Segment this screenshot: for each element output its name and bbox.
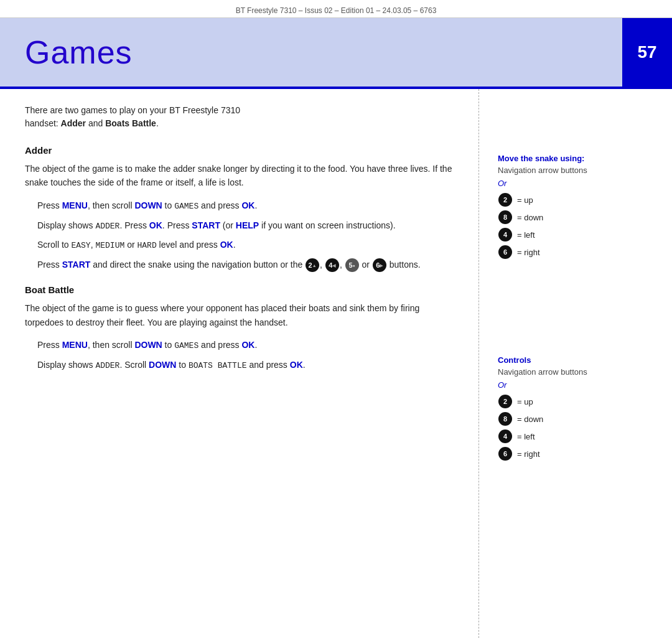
boat-step1-down: DOWN [134, 340, 162, 350]
boat-key-4-label: = left [517, 432, 535, 441]
adder-key-8: 8 = down [498, 210, 660, 224]
step-3-text: Scroll to EASY, MEDIUM or HARD level and… [37, 240, 236, 250]
sidebar-adder-or: Or [498, 179, 660, 188]
intro-period: . [156, 118, 159, 128]
adder-body: The object of the game is to make the ad… [25, 162, 454, 190]
boat-step-2-text: Display shows ADDER. Scroll DOWN to BOAT… [37, 360, 306, 370]
adder-btn-6: 6 [498, 245, 512, 259]
step1-menu: MENU [62, 200, 88, 210]
boat-step-2: Display shows ADDER. Scroll DOWN to BOAT… [25, 358, 454, 373]
intro-text-2: handset: [25, 118, 61, 128]
boat-key-8: 8 = down [498, 412, 660, 426]
boat-step1-games: GAMES [174, 341, 198, 350]
chapter-number: 57 [637, 42, 656, 62]
boat-key-6-label: = right [517, 449, 540, 459]
adder-key-2-label: = up [517, 195, 533, 205]
step2-adder: ADDER [95, 222, 119, 231]
boat-key-2: 2 = up [498, 395, 660, 408]
intro-text-1: There are two games to play on your BT F… [25, 105, 240, 115]
chapter-header: Games 57 [0, 18, 672, 87]
step2-ok: OK [149, 220, 162, 230]
step3-medium: MEDIUM [95, 241, 124, 250]
right-column: Move the snake using: Navigation arrow b… [479, 89, 672, 638]
adder-btn-4: 4 [498, 228, 512, 242]
boat-step1-menu: MENU [62, 340, 88, 350]
btn-4-icon: 4◀ [325, 258, 339, 272]
btn-6-icon: 6▶ [373, 258, 386, 272]
adder-steps-list: Press MENU, then scroll DOWN to GAMES an… [25, 199, 454, 273]
sidebar-boat-section: Controls Navigation arrow buttons Or 2 =… [498, 355, 660, 461]
sidebar-boat-heading: Controls [498, 355, 660, 365]
step1-games: GAMES [174, 202, 198, 211]
step4-start: START [62, 260, 91, 270]
intro-adder-bold: Adder [61, 118, 86, 128]
intro-paragraph: There are two games to play on your BT F… [25, 104, 454, 130]
step-1-text: Press MENU, then scroll DOWN to GAMES an… [37, 200, 257, 210]
meta-text: BT Freestyle 7310 – Issus 02 – Edition 0… [236, 6, 437, 15]
intro-boats-bold: Boats Battle [105, 118, 156, 128]
adder-key-4-label: = left [517, 230, 535, 240]
boat-btn-6: 6 [498, 447, 512, 461]
btn-2-icon: 2▲ [306, 258, 319, 272]
adder-key-4: 4 = left [498, 228, 660, 242]
step-2-text: Display shows ADDER. Press OK. Press STA… [37, 220, 396, 230]
step1-down: DOWN [134, 200, 162, 210]
adder-btn-2: 2 [498, 193, 512, 207]
main-content: There are two games to play on your BT F… [0, 89, 672, 638]
boat-btn-8: 8 [498, 412, 512, 426]
step3-easy: EASY [71, 241, 90, 250]
adder-heading: Adder [25, 145, 454, 156]
page-meta-header: BT Freestyle 7310 – Issus 02 – Edition 0… [0, 0, 672, 18]
boat-key-4: 4 = left [498, 429, 660, 443]
adder-btn-8: 8 [498, 210, 512, 224]
adder-key-6: 6 = right [498, 245, 660, 259]
boat-step2-adder: ADDER [95, 361, 119, 370]
boat-btn-4: 4 [498, 429, 512, 443]
step3-hard: HARD [138, 241, 157, 250]
sidebar-boat-or: Or [498, 380, 660, 390]
page-wrapper: BT Freestyle 7310 – Issus 02 – Edition 0… [0, 0, 672, 638]
chapter-title: Games [25, 34, 133, 71]
boat-btn-2: 2 [498, 395, 512, 408]
adder-step-2: Display shows ADDER. Press OK. Press STA… [25, 218, 454, 233]
boat-step2-boats: BOATS BATTLE [189, 361, 247, 370]
boat-step2-down: DOWN [149, 360, 176, 370]
chapter-title-area: Games [0, 18, 622, 87]
adder-key-2: 2 = up [498, 193, 660, 207]
adder-key-6-label: = right [517, 248, 540, 257]
left-column: There are two games to play on your BT F… [0, 89, 479, 638]
boat-key-2-label: = up [517, 397, 533, 406]
boat-step2-ok: OK [290, 360, 303, 370]
adder-step-4: Press START and direct the snake using t… [25, 258, 454, 272]
boat-key-8-label: = down [517, 415, 543, 424]
sidebar-adder-heading: Move the snake using: [498, 154, 660, 163]
step2-help: HELP [236, 220, 259, 230]
intro-and: and [86, 118, 105, 128]
boat-step-1-text: Press MENU, then scroll DOWN to GAMES an… [37, 340, 257, 350]
step3-ok: OK [220, 240, 233, 250]
boat-key-6: 6 = right [498, 447, 660, 461]
sidebar-adder-nav: Navigation arrow buttons [498, 166, 660, 175]
boat-step-1: Press MENU, then scroll DOWN to GAMES an… [25, 338, 454, 353]
boat-step1-ok: OK [241, 340, 254, 350]
boat-battle-heading: Boat Battle [25, 284, 454, 295]
sidebar-adder-section: Move the snake using: Navigation arrow b… [498, 154, 660, 259]
chapter-number-box: 57 [622, 18, 672, 87]
step2-start: START [192, 220, 220, 230]
boat-battle-section: Boat Battle The object of the game is to… [25, 284, 454, 372]
step1-ok: OK [241, 200, 254, 210]
adder-step-1: Press MENU, then scroll DOWN to GAMES an… [25, 199, 454, 213]
adder-section: Adder The object of the game is to make … [25, 145, 454, 272]
sidebar-boat-nav: Navigation arrow buttons [498, 367, 660, 377]
adder-step-3: Scroll to EASY, MEDIUM or HARD level and… [25, 238, 454, 253]
adder-key-8-label: = down [517, 213, 543, 222]
btn-5-icon: 5● [345, 258, 359, 272]
step-4-text: Press START and direct the snake using t… [37, 260, 421, 270]
boat-battle-body: The object of the game is to guess where… [25, 301, 454, 329]
boat-steps-list: Press MENU, then scroll DOWN to GAMES an… [25, 338, 454, 373]
